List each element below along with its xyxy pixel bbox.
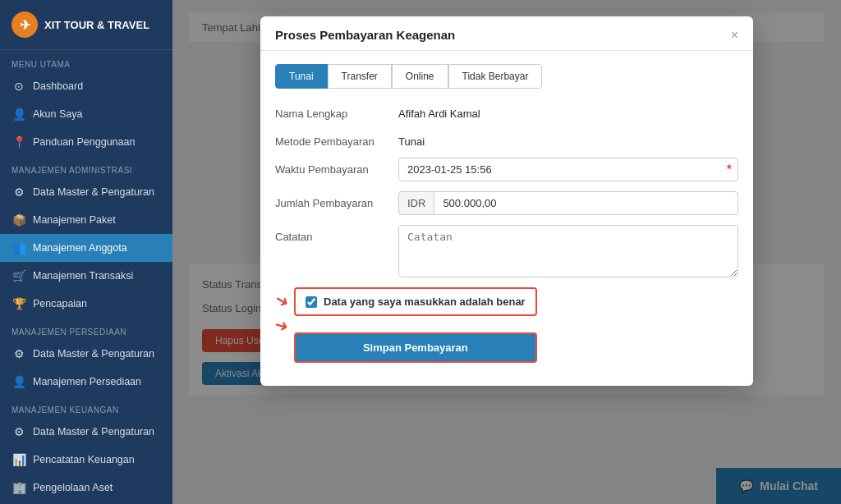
- input-group-jumlah: IDR: [398, 191, 738, 215]
- sidebar-item-label: Akun Saya: [33, 108, 82, 120]
- sidebar-item-label: Manajemen Transaksi: [33, 270, 133, 282]
- field-nama-lengkap: Nama Lengkap Afifah Ardi Kamal: [275, 102, 738, 120]
- logo-text: XIT TOUR & TRAVEL: [44, 19, 149, 31]
- sidebar-item-label: Pencapaian: [33, 298, 87, 309]
- sidebar-item-label: Manajemen Paket: [33, 214, 116, 226]
- checkbox-data-benar[interactable]: [306, 296, 317, 308]
- package-icon: 📦: [11, 213, 26, 227]
- logo-icon: ✈: [11, 11, 38, 38]
- modal-close-button[interactable]: ×: [731, 29, 738, 42]
- arrow-icon-1: ➜: [271, 288, 293, 312]
- sidebar-item-pengelolaan-aset[interactable]: 🏢 Pengelolaan Aset: [0, 474, 172, 502]
- sidebar-item-manajemen-paket[interactable]: 📦 Manajemen Paket: [0, 206, 172, 234]
- modal-overlay: Proses Pembayaran Keagenan × Tunai Trans…: [172, 0, 841, 504]
- sidebar-item-label: Manajemen Persediaan: [33, 376, 141, 387]
- gear-icon-k: ⚙: [11, 425, 26, 438]
- gear-icon-p: ⚙: [11, 347, 26, 360]
- arrow-icon-2: ➜: [273, 314, 292, 337]
- sidebar: ✈ XIT TOUR & TRAVEL MENU UTAMA ⊙ Dashboa…: [0, 0, 172, 504]
- main-area: Tempat Lahir Jakarta Status Transaksi Ak…: [172, 0, 841, 504]
- label-jumlah-pembayaran: Jumlah Pembayaran: [275, 191, 398, 209]
- sidebar-item-manajemen-anggota[interactable]: 👥 Manajemen Anggota: [0, 234, 172, 262]
- sidebar-item-data-master[interactable]: ⚙ Data Master & Pengaturan: [0, 178, 172, 206]
- user-icon: 👤: [11, 108, 26, 121]
- arrows-container: ➜ ➜: [275, 291, 289, 335]
- sidebar-item-label: Data Master & Pengaturan: [33, 348, 154, 360]
- field-waktu-pembayaran: Waktu Pembayaran *: [275, 158, 738, 181]
- input-jumlah-pembayaran[interactable]: [434, 191, 738, 215]
- group-icon: 👥: [11, 241, 26, 254]
- modal-header: Proses Pembayaran Keagenan ×: [260, 16, 753, 51]
- sidebar-item-data-master-k[interactable]: ⚙ Data Master & Pengaturan: [0, 418, 172, 446]
- input-waktu-pembayaran[interactable]: [398, 158, 738, 181]
- sidebar-logo: ✈ XIT TOUR & TRAVEL: [0, 0, 172, 50]
- simpan-pembayaran-button[interactable]: Simpan Pembayaran: [294, 332, 537, 363]
- sidebar-item-pencatatan-keuangan[interactable]: 📊 Pencatatan Keuangan: [0, 446, 172, 474]
- sidebar-item-label: Panduan Penggunaan: [33, 136, 135, 148]
- trophy-icon: 🏆: [11, 297, 26, 310]
- tab-transfer[interactable]: Transfer: [328, 64, 392, 89]
- sidebar-item-label: Manajemen Anggota: [33, 242, 127, 254]
- arrow-checkbox-area: ➜ ➜ Data yang saya masukkan adalah benar…: [275, 287, 738, 363]
- required-star-waktu: *: [727, 163, 732, 177]
- label-catatan: Catatan: [275, 225, 398, 243]
- dashboard-icon: ⊙: [11, 80, 26, 93]
- sidebar-item-manajemen-transaksi[interactable]: 🛒 Manajemen Transaksi: [0, 262, 172, 290]
- sidebar-section-manajemen-keuangan: MANAJEMEN KEUANGAN ⚙ Data Master & Penga…: [0, 396, 172, 502]
- checkbox-label[interactable]: Data yang saya masukkan adalah benar: [324, 296, 526, 308]
- pin-icon: 📍: [11, 135, 26, 149]
- value-nama-lengkap: Afifah Ardi Kamal: [398, 102, 738, 120]
- tab-online[interactable]: Online: [392, 64, 448, 89]
- sidebar-item-label: Pencatatan Keuangan: [33, 454, 135, 465]
- modal-title: Proses Pembayaran Keagenan: [275, 28, 455, 42]
- sidebar-item-label: Data Master & Pengaturan: [33, 186, 154, 198]
- currency-prefix: IDR: [398, 191, 434, 215]
- label-waktu-pembayaran: Waktu Pembayaran: [275, 158, 398, 176]
- sidebar-item-panduan[interactable]: 📍 Panduan Penggunaan: [0, 128, 172, 156]
- sidebar-item-data-master-p[interactable]: ⚙ Data Master & Pengaturan: [0, 340, 172, 368]
- sidebar-section-manajemen-persediaan: MANAJEMEN PERSEDIAAN ⚙ Data Master & Pen…: [0, 318, 172, 396]
- cart-icon: 🛒: [11, 269, 26, 282]
- sidebar-item-label: Pengelolaan Aset: [33, 482, 113, 493]
- sidebar-item-label: Dashboard: [33, 80, 83, 92]
- value-metode-pembayaran: Tunai: [398, 130, 738, 148]
- field-jumlah-pembayaran: Jumlah Pembayaran IDR: [275, 191, 738, 215]
- section-label-persediaan: MANAJEMEN PERSEDIAAN: [0, 318, 172, 340]
- textarea-catatan[interactable]: [398, 225, 738, 277]
- modal-proses-pembayaran: Proses Pembayaran Keagenan × Tunai Trans…: [260, 16, 753, 386]
- checkbox-confirm-area: Data yang saya masukkan adalah benar: [294, 287, 537, 316]
- sidebar-section-menu-utama: MENU UTAMA ⊙ Dashboard 👤 Akun Saya 📍 Pan…: [0, 50, 172, 156]
- sidebar-item-pencapaian[interactable]: 🏆 Pencapaian: [0, 290, 172, 318]
- building-icon: 🏢: [11, 481, 26, 494]
- confirm-area: Data yang saya masukkan adalah benar Sim…: [294, 287, 537, 363]
- tab-tidak-berbayar[interactable]: Tidak Berbayar: [448, 64, 543, 89]
- sidebar-item-label: Data Master & Pengaturan: [33, 426, 154, 438]
- label-nama-lengkap: Nama Lengkap: [275, 102, 398, 120]
- label-metode-pembayaran: Metode Pembayaran: [275, 130, 398, 148]
- tab-tunai[interactable]: Tunai: [275, 64, 328, 89]
- field-catatan: Catatan: [275, 225, 738, 277]
- user-icon-p: 👤: [11, 375, 26, 388]
- section-label-admin: MANAJEMEN ADMINISTRASI: [0, 156, 172, 178]
- section-label-keuangan: MANAJEMEN KEUANGAN: [0, 396, 172, 418]
- sidebar-section-manajemen-admin: MANAJEMEN ADMINISTRASI ⚙ Data Master & P…: [0, 156, 172, 318]
- sidebar-item-manajemen-persediaan[interactable]: 👤 Manajemen Persediaan: [0, 368, 172, 396]
- sidebar-item-dashboard[interactable]: ⊙ Dashboard: [0, 72, 172, 100]
- gear-icon: ⚙: [11, 186, 26, 199]
- chart-icon: 📊: [11, 453, 26, 466]
- section-label-menu-utama: MENU UTAMA: [0, 50, 172, 72]
- modal-body: Tunai Transfer Online Tidak Berbayar Nam…: [260, 51, 753, 386]
- field-metode-pembayaran: Metode Pembayaran Tunai: [275, 130, 738, 148]
- payment-tabs: Tunai Transfer Online Tidak Berbayar: [275, 64, 738, 89]
- sidebar-item-akun-saya[interactable]: 👤 Akun Saya: [0, 100, 172, 128]
